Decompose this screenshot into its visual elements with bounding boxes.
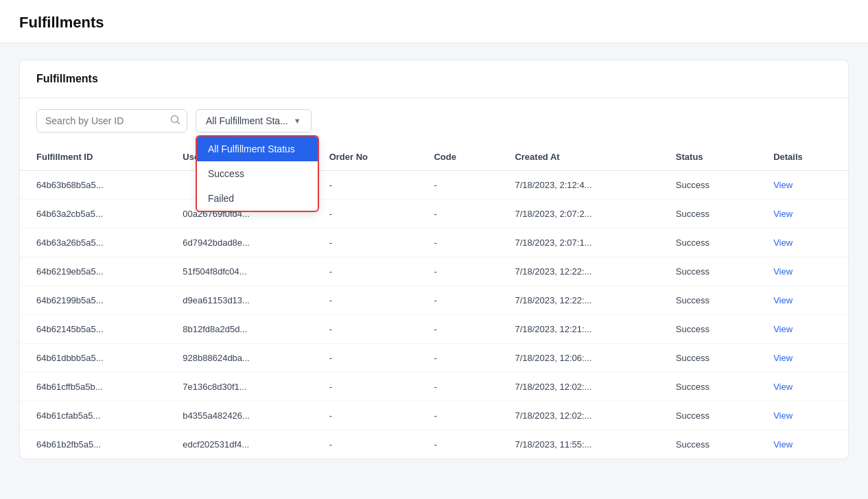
cell-created-at: 7/18/2023, 12:02:... xyxy=(498,402,659,430)
status-dropdown-button[interactable]: All Fulfillment Sta... ▼ xyxy=(196,109,312,132)
table-row: 64b61b2fb5a5...edcf202531df4...--7/18/20… xyxy=(20,430,848,459)
cell-user-id: 8b12fd8a2d5d... xyxy=(166,315,312,344)
cell-created-at: 7/18/2023, 12:22:... xyxy=(498,257,659,286)
dropdown-option-success[interactable]: Success xyxy=(197,161,318,186)
cell-code: - xyxy=(417,257,498,286)
cell-order-no: - xyxy=(313,171,418,200)
cell-details[interactable]: View xyxy=(757,373,848,402)
cell-fulfillment-id: 64b63a2cb5a5... xyxy=(20,200,166,229)
col-status: Status xyxy=(659,143,757,171)
table-row: 64b63b68b5a5...--7/18/2023, 2:12:4...Suc… xyxy=(20,171,848,200)
page-header: Fulfillments xyxy=(0,0,868,43)
cell-fulfillment-id: 64b61cfab5a5... xyxy=(20,402,166,430)
cell-status: Success xyxy=(659,402,757,430)
table-body: 64b63b68b5a5...--7/18/2023, 2:12:4...Suc… xyxy=(20,171,848,459)
col-details: Details xyxy=(757,143,848,171)
cell-code: - xyxy=(417,430,498,459)
cell-details[interactable]: View xyxy=(757,171,848,200)
cell-user-id: edcf202531df4... xyxy=(166,430,312,459)
cell-fulfillment-id: 64b61cffb5a5b... xyxy=(20,373,166,402)
cell-created-at: 7/18/2023, 12:02:... xyxy=(498,373,659,402)
cell-code: - xyxy=(417,200,498,229)
table-row: 64b62199b5a5...d9ea61153d13...--7/18/202… xyxy=(20,286,848,315)
cell-fulfillment-id: 64b61b2fb5a5... xyxy=(20,430,166,459)
col-code: Code xyxy=(417,143,498,171)
cell-user-id: b4355a482426... xyxy=(166,402,312,430)
table-row: 64b61cfab5a5...b4355a482426...--7/18/202… xyxy=(20,402,848,430)
fulfillments-card: Fulfillments All Fulfillment Sta... ▼ xyxy=(19,60,849,459)
cell-fulfillment-id: 64b63b68b5a5... xyxy=(20,171,166,200)
cell-order-no: - xyxy=(313,229,418,257)
cell-code: - xyxy=(417,344,498,373)
cell-created-at: 7/18/2023, 2:07:1... xyxy=(498,229,659,257)
cell-code: - xyxy=(417,315,498,344)
cell-created-at: 7/18/2023, 12:22:... xyxy=(498,286,659,315)
cell-order-no: - xyxy=(313,344,418,373)
table-row: 64b62145b5a5...8b12fd8a2d5d...--7/18/202… xyxy=(20,315,848,344)
cell-status: Success xyxy=(659,344,757,373)
cell-fulfillment-id: 64b6219eb5a5... xyxy=(20,257,166,286)
cell-code: - xyxy=(417,402,498,430)
filters-row: All Fulfillment Sta... ▼ All Fulfillment… xyxy=(20,98,848,143)
cell-user-id: d9ea61153d13... xyxy=(166,286,312,315)
cell-user-id: 7e136c8d30f1... xyxy=(166,373,312,402)
search-input[interactable] xyxy=(36,109,187,132)
table-row: 64b61cffb5a5b...7e136c8d30f1...--7/18/20… xyxy=(20,373,848,402)
cell-details[interactable]: View xyxy=(757,200,848,229)
table-row: 64b61dbbb5a5...928b88624dba...--7/18/202… xyxy=(20,344,848,373)
cell-created-at: 7/18/2023, 12:06:... xyxy=(498,344,659,373)
cell-status: Success xyxy=(659,257,757,286)
dropdown-option-all[interactable]: All Fulfillment Status xyxy=(197,137,318,161)
cell-fulfillment-id: 64b62145b5a5... xyxy=(20,315,166,344)
col-order-no: Order No xyxy=(313,143,418,171)
cell-fulfillment-id: 64b62199b5a5... xyxy=(20,286,166,315)
cell-order-no: - xyxy=(313,257,418,286)
card-header: Fulfillments xyxy=(20,60,848,98)
cell-code: - xyxy=(417,286,498,315)
cell-details[interactable]: View xyxy=(757,229,848,257)
status-dropdown-label: All Fulfillment Sta... xyxy=(206,115,288,126)
table-row: 64b63a26b5a5...6d7942bdad8e...--7/18/202… xyxy=(20,229,848,257)
cell-order-no: - xyxy=(313,315,418,344)
cell-code: - xyxy=(417,373,498,402)
cell-order-no: - xyxy=(313,402,418,430)
cell-details[interactable]: View xyxy=(757,257,848,286)
cell-details[interactable]: View xyxy=(757,344,848,373)
cell-status: Success xyxy=(659,286,757,315)
cell-user-id: 928b88624dba... xyxy=(166,344,312,373)
col-created-at: Created At xyxy=(498,143,659,171)
cell-details[interactable]: View xyxy=(757,402,848,430)
cell-status: Success xyxy=(659,430,757,459)
page-title: Fulfillments xyxy=(19,14,849,32)
fulfillments-table: Fulfillment ID User ID Order No Code Cre… xyxy=(20,143,848,459)
cell-fulfillment-id: 64b61dbbb5a5... xyxy=(20,344,166,373)
cell-status: Success xyxy=(659,229,757,257)
table-row: 64b63a2cb5a5...00a26769f0fd4...--7/18/20… xyxy=(20,200,848,229)
cell-details[interactable]: View xyxy=(757,286,848,315)
status-dropdown-container: All Fulfillment Sta... ▼ All Fulfillment… xyxy=(196,109,312,132)
cell-fulfillment-id: 64b63a26b5a5... xyxy=(20,229,166,257)
cell-details[interactable]: View xyxy=(757,430,848,459)
cell-user-id: 6d7942bdad8e... xyxy=(166,229,312,257)
cell-created-at: 7/18/2023, 11:55:... xyxy=(498,430,659,459)
cell-order-no: - xyxy=(313,430,418,459)
card-title: Fulfillments xyxy=(36,73,98,84)
cell-order-no: - xyxy=(313,373,418,402)
chevron-down-icon: ▼ xyxy=(294,117,301,125)
search-wrapper xyxy=(36,109,187,132)
main-content: Fulfillments All Fulfillment Sta... ▼ xyxy=(0,43,868,476)
cell-user-id: 51f504f8dfc04... xyxy=(166,257,312,286)
cell-code: - xyxy=(417,171,498,200)
dropdown-option-failed[interactable]: Failed xyxy=(197,186,318,211)
cell-code: - xyxy=(417,229,498,257)
cell-order-no: - xyxy=(313,286,418,315)
table-header: Fulfillment ID User ID Order No Code Cre… xyxy=(20,143,848,171)
col-fulfillment-id: Fulfillment ID xyxy=(20,143,166,171)
cell-created-at: 7/18/2023, 2:07:2... xyxy=(498,200,659,229)
cell-created-at: 7/18/2023, 12:21:... xyxy=(498,315,659,344)
table-header-row: Fulfillment ID User ID Order No Code Cre… xyxy=(20,143,848,171)
cell-status: Success xyxy=(659,171,757,200)
table-wrapper: Fulfillment ID User ID Order No Code Cre… xyxy=(20,143,848,459)
cell-status: Success xyxy=(659,373,757,402)
cell-details[interactable]: View xyxy=(757,315,848,344)
